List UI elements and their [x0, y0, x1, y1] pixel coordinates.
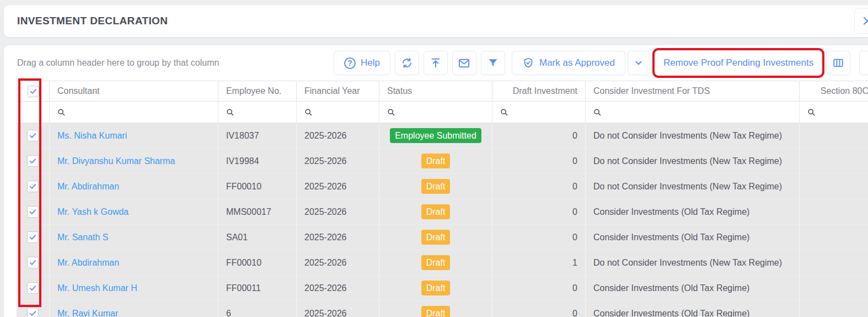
column-header-employee_no[interactable]: Employee No. [218, 81, 297, 102]
employee-no-cell: FF00011 [218, 276, 297, 301]
filter-cell-consider_for_tds[interactable] [586, 102, 800, 123]
column-header-label: Section 80C [821, 86, 868, 96]
status-badge: Draft [421, 281, 451, 296]
table-row: Mr. Yash k GowdaMMS000172025-2026Draft0C… [17, 199, 868, 225]
column-header-financial_year[interactable]: Financial Year [297, 81, 379, 102]
status-cell: Draft [379, 149, 492, 174]
filter-button[interactable] [481, 51, 505, 75]
consultant-link[interactable]: Mr. Umesh Kumar H [50, 276, 218, 301]
investment-declaration-page: INVESTMENT DECLARATION Drag a column hea… [0, 0, 868, 317]
remove-proof-pending-investments-button[interactable]: Remove Proof Pending Investments [655, 51, 822, 75]
row-checkbox[interactable] [27, 231, 39, 243]
search-icon [304, 108, 313, 117]
checkmark-icon [29, 157, 37, 165]
filter-cell-draft_investment[interactable] [492, 102, 586, 123]
employee-no-cell: FF00010 [218, 250, 297, 276]
more-options-button[interactable] [859, 51, 868, 75]
status-badge: Draft [421, 154, 451, 169]
consultant-link[interactable]: Mr. Yash k Gowda [50, 199, 218, 225]
search-icon [593, 108, 602, 117]
row-select-cell [17, 123, 50, 149]
consultant-link[interactable]: Mr. Ravi Kumar [50, 301, 218, 317]
consider-for-tds-cell: Consider Investments (Old Tax Regime) [586, 276, 800, 301]
search-icon [387, 108, 396, 117]
filter-cell-section_80c[interactable] [800, 102, 868, 123]
consider-for-tds-cell: Consider Investments (Old Tax Regime) [586, 301, 800, 317]
filter-cell-select [17, 102, 50, 123]
mark-as-approved-dropdown-toggle[interactable] [628, 51, 650, 75]
financial-year-cell: 2025-2026 [297, 199, 379, 225]
section-80c-cell [800, 250, 868, 276]
row-checkbox[interactable] [27, 130, 39, 141]
filter-cell-status[interactable] [379, 102, 492, 123]
column-header-select[interactable] [17, 81, 50, 102]
consultant-link[interactable]: Mr. Sanath S [50, 225, 218, 250]
checkmark-icon [29, 131, 37, 140]
title-bar: INVESTMENT DECLARATION [3, 4, 868, 38]
financial-year-cell: 2025-2026 [297, 123, 379, 149]
kebab-menu-icon [866, 57, 868, 68]
mark-as-approved-label: Mark as Approved [539, 57, 615, 68]
column-chooser-button[interactable] [826, 51, 850, 75]
column-header-section_80c[interactable]: Section 80C [800, 81, 868, 102]
refresh-button[interactable] [395, 51, 419, 75]
consider-for-tds-cell: Consider Investments (Old Tax Regime) [586, 225, 800, 250]
select-all-checkbox[interactable] [28, 86, 39, 97]
search-icon [500, 108, 509, 117]
filter-cell-employee_no[interactable] [218, 102, 297, 123]
column-header-consultant[interactable]: Consultant [50, 81, 218, 102]
row-checkbox[interactable] [27, 181, 39, 192]
table-row: Mr. Umesh Kumar HFF000112025-2026Draft0C… [17, 276, 868, 301]
checkmark-icon [29, 233, 37, 241]
table-row: Ms. Nisha KumariIV180372025-2026Employee… [17, 123, 868, 149]
table-row: Mr. Ravi Kumar62025-2026Draft0Consider I… [17, 301, 868, 317]
financial-year-cell: 2025-2026 [297, 149, 379, 174]
row-select-cell [17, 301, 50, 317]
financial-year-cell: 2025-2026 [297, 276, 379, 301]
upload-icon [430, 57, 442, 69]
help-button[interactable]: ? Help [334, 51, 390, 75]
row-select-cell [17, 174, 50, 199]
status-cell: Employee Submitted [379, 123, 492, 149]
consider-for-tds-cell: Do not Consider Investments (New Tax Reg… [586, 149, 800, 174]
grid-header-row: ConsultantEmployee No.Financial YearStat… [17, 81, 868, 102]
filter-cell-consultant[interactable] [50, 102, 218, 123]
row-select-cell [17, 199, 50, 225]
grid-body: Ms. Nisha KumariIV180372025-2026Employee… [17, 123, 868, 317]
status-cell: Draft [379, 250, 492, 276]
row-checkbox[interactable] [27, 206, 39, 218]
row-checkbox[interactable] [27, 282, 39, 294]
row-checkbox[interactable] [27, 308, 39, 317]
column-header-draft_investment[interactable]: Draft Investment [492, 81, 586, 102]
close-button[interactable] [854, 8, 868, 34]
row-checkbox[interactable] [27, 257, 39, 268]
email-button[interactable] [452, 51, 476, 75]
filter-cell-financial_year[interactable] [297, 102, 379, 123]
group-panel[interactable]: Drag a column header here to group by th… [17, 56, 219, 70]
checkmark-icon [29, 182, 37, 191]
mark-as-approved-button[interactable]: Mark as Approved [512, 51, 625, 75]
financial-year-cell: 2025-2026 [297, 225, 379, 250]
employee-no-cell: IV19984 [218, 149, 297, 174]
consultant-link[interactable]: Mr. Divyanshu Kumar Sharma [50, 149, 218, 174]
checkmark-icon [29, 87, 37, 96]
employee-no-cell: MMS00017 [218, 199, 297, 225]
row-checkbox[interactable] [27, 155, 39, 167]
status-cell: Draft [379, 199, 492, 225]
envelope-icon [458, 57, 470, 70]
column-header-status[interactable]: Status [379, 81, 492, 102]
column-header-consider_for_tds[interactable]: Consider Investment For TDS [586, 81, 800, 102]
consultant-link[interactable]: Mr. Abdirahman [50, 250, 218, 276]
consultant-link[interactable]: Ms. Nisha Kumari [50, 123, 218, 149]
status-cell: Draft [379, 301, 492, 317]
financial-year-cell: 2025-2026 [297, 174, 379, 199]
upload-button[interactable] [424, 51, 448, 75]
status-badge: Draft [421, 255, 451, 271]
section-80c-cell [800, 225, 868, 250]
column-header-label: Draft Investment [513, 86, 577, 96]
page-title: INVESTMENT DECLARATION [17, 5, 168, 37]
employee-no-cell: 6 [218, 301, 297, 317]
consider-for-tds-cell: Do not Consider Investments (New Tax Reg… [586, 123, 800, 149]
consultant-link[interactable]: Mr. Abdirahman [50, 174, 218, 199]
column-header-label: Consultant [57, 86, 100, 96]
